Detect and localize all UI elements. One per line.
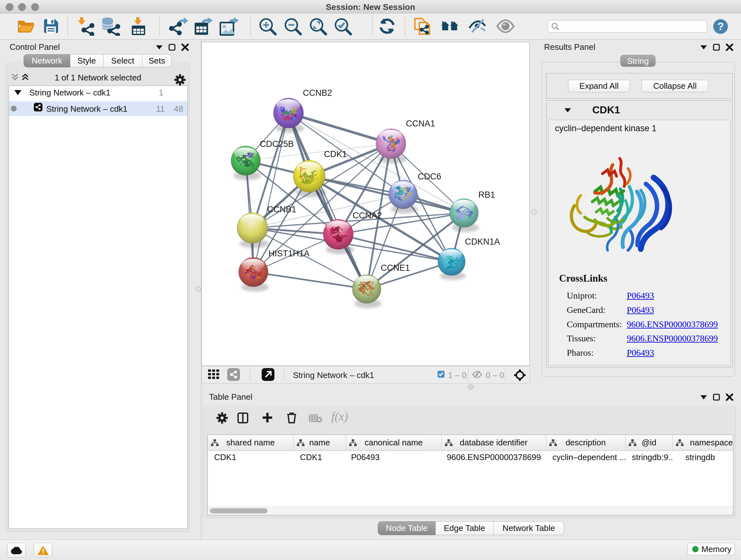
svg-text:HIST1H1A: HIST1H1A bbox=[268, 249, 310, 258]
svg-text:CCNA2: CCNA2 bbox=[353, 211, 382, 220]
svg-text:CDK1: CDK1 bbox=[324, 149, 347, 159]
svg-text:CDC6: CDC6 bbox=[418, 172, 441, 181]
svg-text:CCNB1: CCNB1 bbox=[267, 205, 296, 214]
svg-text:CCNB2: CCNB2 bbox=[303, 88, 332, 98]
svg-text:CCNE1: CCNE1 bbox=[381, 263, 410, 273]
svg-text:?: ? bbox=[718, 20, 724, 32]
svg-text:CDKN1A: CDKN1A bbox=[465, 237, 500, 246]
svg-text:CCNA1: CCNA1 bbox=[406, 119, 435, 128]
svg-text:CDC25B: CDC25B bbox=[260, 139, 294, 149]
svg-text:RB1: RB1 bbox=[478, 190, 495, 199]
